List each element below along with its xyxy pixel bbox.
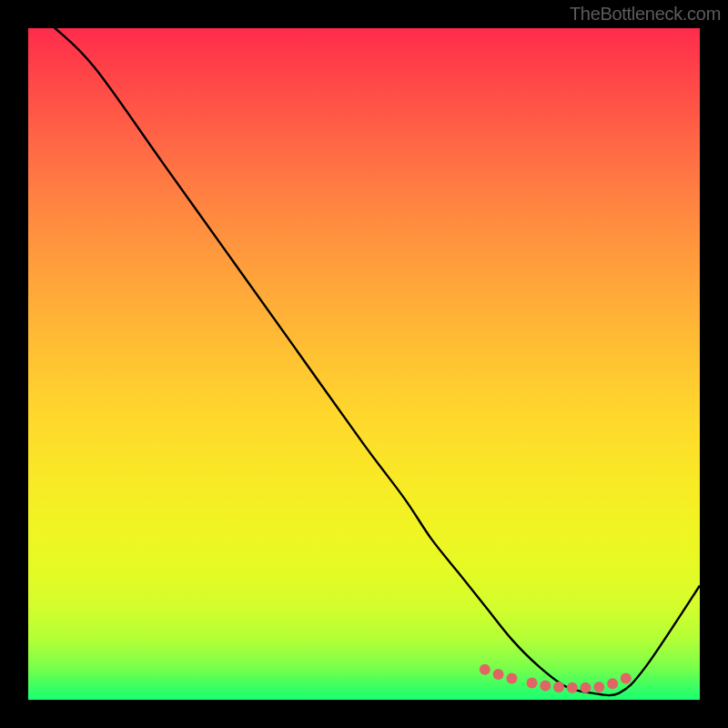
optimal-dot <box>607 678 618 689</box>
optimal-dot <box>621 672 632 683</box>
watermark-text: TheBottleneck.com <box>570 4 721 25</box>
chart-plot-area <box>28 28 700 700</box>
optimal-dot <box>593 682 604 693</box>
optimal-dot <box>480 664 490 675</box>
chart-svg <box>28 28 700 700</box>
optimal-dot <box>581 682 592 693</box>
optimal-dot <box>506 672 517 683</box>
optimal-dot <box>493 669 504 680</box>
bottleneck-curve <box>28 8 700 695</box>
optimal-dot <box>540 681 551 692</box>
optimal-dot <box>527 678 538 689</box>
optimal-dot <box>567 682 578 693</box>
optimal-dot <box>553 682 564 693</box>
